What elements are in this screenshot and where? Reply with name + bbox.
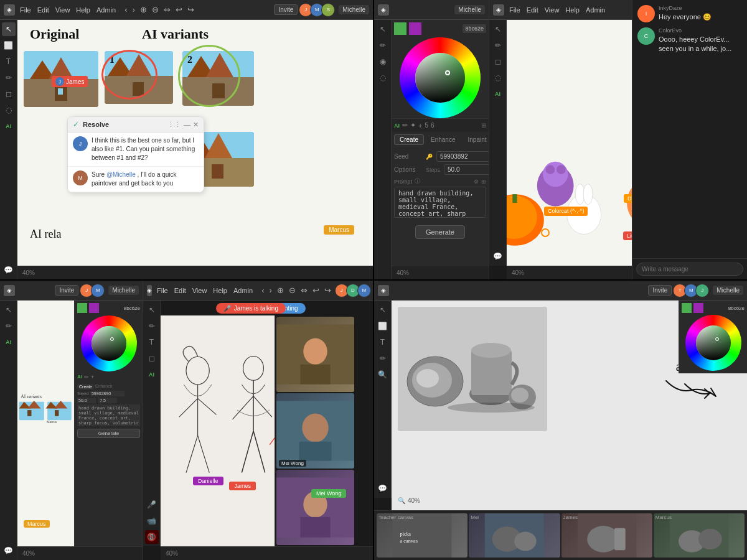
p4-brush[interactable]: ✏ (2, 319, 16, 333)
p5-fit[interactable]: ⇔ (299, 286, 309, 295)
chat-tool[interactable]: 💬 (2, 263, 16, 277)
prompt-expand-icon[interactable]: ⊞ (481, 179, 486, 185)
p5-redo[interactable]: ↪ (323, 286, 332, 295)
brush-icon[interactable]: ✏ (402, 121, 408, 129)
hex-value[interactable]: 8bc62e (463, 24, 486, 33)
frame-tool[interactable]: ⬜ (2, 39, 16, 52)
generate-button[interactable]: Generate (415, 225, 465, 239)
undo-btn[interactable]: ↩ (174, 5, 184, 14)
p5-ai[interactable]: AI (145, 368, 159, 381)
p5-admin[interactable]: Admin (233, 287, 253, 294)
p6-text[interactable]: T (376, 335, 390, 349)
expand-icon[interactable]: ⊞ (481, 122, 486, 129)
p5-view[interactable]: View (192, 287, 207, 294)
eraser-tool[interactable]: ◌ (2, 103, 16, 117)
p5-text[interactable]: T (145, 335, 159, 349)
menu-help[interactable]: Help (76, 6, 90, 14)
p6-cursor[interactable]: ↖ (376, 303, 390, 317)
p5-endcall[interactable]: 📵 (145, 530, 159, 544)
p6-cursor[interactable] (715, 337, 719, 341)
p6-brush[interactable]: ✏ (376, 352, 390, 365)
prompt-textarea[interactable]: hand drawn building, small village, medi… (394, 187, 486, 218)
prompt-settings-icon[interactable]: ⚙ (474, 179, 479, 185)
p5-cursor[interactable]: ↖ (145, 303, 159, 317)
color-square[interactable] (415, 53, 465, 103)
p3-shape[interactable]: ◻ (491, 55, 505, 68)
tab-enhance[interactable]: Enhance (425, 134, 461, 145)
p3-menu-file[interactable]: File (509, 6, 520, 14)
chat-input[interactable] (636, 263, 743, 266)
mini-swatch-1[interactable] (77, 303, 87, 313)
p5-undo[interactable]: ↩ (311, 286, 321, 295)
menu-edit[interactable]: Edit (37, 6, 49, 14)
p5-zoomout[interactable]: ⊖ (288, 286, 297, 295)
mini-seed-input[interactable] (90, 391, 125, 396)
mini-plus-icon[interactable]: + (91, 374, 94, 380)
menu-admin[interactable]: Admin (96, 6, 116, 14)
p3-cursor[interactable]: ↖ (491, 22, 505, 36)
p6-swatch-2[interactable] (693, 303, 703, 313)
mini-tab-create[interactable]: Create (77, 384, 94, 390)
p4-cursor[interactable]: ↖ (2, 303, 16, 317)
shape-tool[interactable]: ◻ (2, 87, 16, 101)
add-icon[interactable]: + (418, 122, 422, 129)
app-logo[interactable]: ◈ (4, 4, 15, 16)
color-wheel[interactable] (400, 37, 481, 118)
invite-button-6[interactable]: Invite (648, 285, 672, 296)
mini-wheel-container[interactable] (81, 315, 137, 371)
menu-file[interactable]: File (20, 6, 31, 14)
p6-chat[interactable]: 💬 (376, 482, 390, 495)
p6-color-wheel[interactable] (685, 315, 741, 371)
p5-shape[interactable]: ◻ (145, 352, 159, 365)
app-logo-5[interactable]: ◈ (147, 285, 152, 296)
enhance-icon[interactable]: ✦ (410, 121, 416, 129)
minimize-icon[interactable]: — (184, 121, 190, 129)
app-logo-4[interactable]: ◈ (4, 285, 15, 296)
thumb-teacher[interactable]: Teacher canvas picks a canvas (377, 513, 467, 558)
mini-steps-input[interactable] (77, 398, 96, 403)
p3-menu-edit[interactable]: Edit (527, 6, 538, 14)
thumb-james[interactable]: James (561, 513, 652, 558)
redo-btn[interactable]: ↪ (186, 5, 195, 14)
mini-prompt[interactable]: hand drawn building, small village, medi… (77, 404, 140, 426)
p2-cursor[interactable]: ↖ (376, 22, 390, 36)
color-cursor[interactable] (445, 70, 450, 75)
p2-brush[interactable]: ✏ (376, 39, 390, 52)
app-logo-6[interactable]: ◈ (378, 285, 389, 296)
cursor-tool[interactable]: ↖ (2, 22, 16, 36)
invite-button-4[interactable]: Invite (55, 285, 78, 296)
mini-generate-btn[interactable]: Generate (77, 429, 140, 438)
p5-file[interactable]: File (157, 287, 168, 294)
p2-fill[interactable]: ◉ (376, 55, 390, 68)
p5-edit[interactable]: Edit (174, 287, 186, 294)
mini-brush-icon[interactable]: ✏ (84, 374, 89, 380)
menu-view[interactable]: View (55, 6, 70, 14)
thumb-marcus[interactable]: Marcus (654, 513, 745, 558)
zoom-in-btn[interactable]: ⊕ (139, 5, 148, 14)
nav-back[interactable]: ‹ (123, 5, 128, 14)
tool-6[interactable]: 6 (431, 122, 435, 129)
ai-tool[interactable]: AI (2, 119, 16, 133)
p4-ai[interactable]: AI (2, 335, 16, 349)
text-tool[interactable]: T (2, 55, 16, 68)
mini-color-wheel[interactable] (81, 315, 137, 371)
p5-forward[interactable]: › (268, 286, 273, 295)
p6-frame[interactable]: ⬜ (376, 319, 390, 333)
mini-tab-enhance[interactable]: Enhance (95, 384, 113, 390)
steps-input[interactable] (444, 164, 489, 175)
mini-canvas[interactable]: AI variants Marcus Marcus (17, 301, 74, 546)
p6-zoom[interactable]: 🔍 (376, 368, 390, 381)
p3-eraser[interactable]: ◌ (491, 71, 505, 85)
seed-input[interactable] (436, 151, 489, 162)
p3-brush[interactable]: ✏ (491, 39, 505, 52)
zoom-out-btn[interactable]: ⊖ (151, 5, 160, 14)
p4-chat[interactable]: 💬 (2, 544, 16, 558)
p5-mic[interactable]: 🎤 (145, 498, 159, 511)
tab-create[interactable]: Create (394, 134, 424, 145)
color-wheel-container[interactable] (400, 37, 481, 118)
fit-btn[interactable]: ⇔ (162, 5, 172, 14)
whiteboard-canvas[interactable]: Original AI variants J Ja (17, 20, 373, 266)
p5-help[interactable]: Help (213, 287, 227, 294)
p5-brush[interactable]: ✏ (145, 319, 159, 333)
p6-swatch-1[interactable] (682, 303, 692, 313)
